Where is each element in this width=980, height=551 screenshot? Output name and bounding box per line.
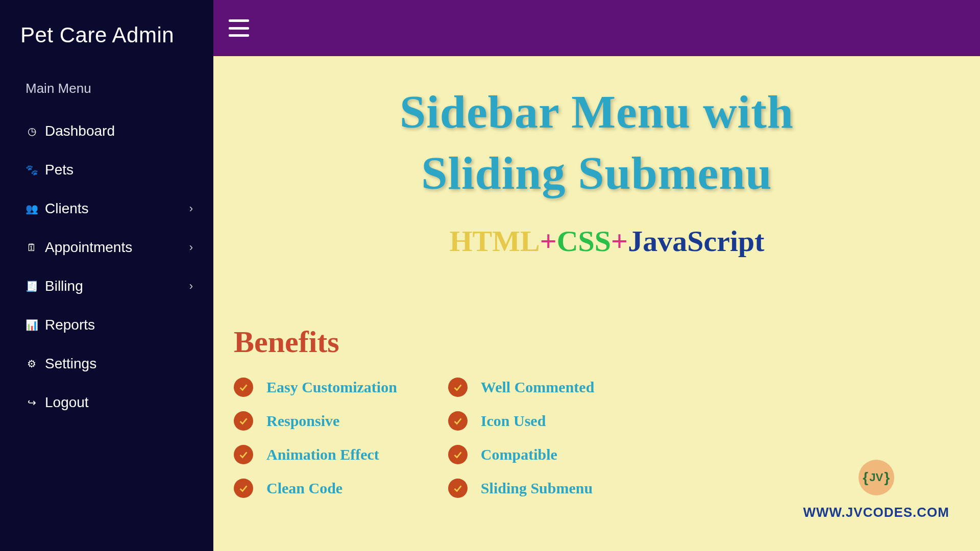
gauge-icon: ◷ bbox=[26, 125, 38, 137]
content-area: Sidebar Menu with Sliding Submenu HTML+C… bbox=[213, 56, 980, 551]
sidebar-item-label: Billing bbox=[45, 278, 189, 294]
sidebar-item-label: Appointments bbox=[45, 239, 189, 256]
benefit-item: Well Commented bbox=[448, 378, 594, 397]
hero-line2: Sliding Submenu bbox=[421, 147, 772, 199]
sidebar-item-label: Clients bbox=[45, 201, 189, 217]
benefit-label: Icon Used bbox=[481, 412, 546, 430]
tech-line: HTML+CSS+JavaScript bbox=[244, 224, 970, 258]
tech-html: HTML bbox=[449, 224, 540, 258]
topbar bbox=[213, 0, 980, 56]
check-icon bbox=[234, 479, 253, 498]
benefit-label: Sliding Submenu bbox=[481, 480, 593, 497]
main-area: Sidebar Menu with Sliding Submenu HTML+C… bbox=[213, 0, 980, 551]
calendar-icon: 🗓 bbox=[26, 242, 38, 254]
benefits-col-2: Well CommentedIcon UsedCompatibleSliding… bbox=[448, 378, 594, 498]
gear-icon: ⚙ bbox=[26, 358, 38, 370]
tech-plus2: + bbox=[611, 224, 628, 258]
logout-icon: ↪ bbox=[26, 396, 38, 409]
check-icon bbox=[234, 445, 253, 464]
check-icon bbox=[234, 411, 253, 431]
benefit-label: Easy Customization bbox=[266, 379, 397, 396]
chevron-right-icon: › bbox=[189, 280, 193, 293]
sidebar: Pet Care Admin Main Menu ◷Dashboard🐾Pets… bbox=[0, 0, 213, 551]
main-menu: ◷Dashboard🐾Pets👥Clients›🗓Appointments›🧾B… bbox=[0, 112, 213, 422]
chart-icon: 📊 bbox=[26, 319, 38, 331]
check-icon bbox=[448, 445, 468, 464]
sidebar-item-logout[interactable]: ↪Logout bbox=[0, 383, 213, 422]
benefit-label: Compatible bbox=[481, 446, 557, 463]
sidebar-item-appointments[interactable]: 🗓Appointments› bbox=[0, 228, 213, 267]
benefit-item: Clean Code bbox=[234, 479, 397, 498]
benefits-col-1: Easy CustomizationResponsiveAnimation Ef… bbox=[234, 378, 397, 498]
menu-section-header: Main Menu bbox=[0, 73, 213, 112]
tech-plus1: + bbox=[540, 224, 557, 258]
sidebar-item-pets[interactable]: 🐾Pets bbox=[0, 151, 213, 189]
benefit-label: Responsive bbox=[266, 412, 339, 430]
check-icon bbox=[448, 411, 468, 431]
chevron-right-icon: › bbox=[189, 241, 193, 254]
benefit-item: Easy Customization bbox=[234, 378, 397, 397]
check-icon bbox=[448, 378, 468, 397]
benefit-item: Responsive bbox=[234, 411, 397, 431]
benefit-label: Animation Effect bbox=[266, 446, 379, 463]
hamburger-icon[interactable] bbox=[229, 19, 249, 37]
check-icon bbox=[234, 378, 253, 397]
app-title: Pet Care Admin bbox=[0, 10, 213, 73]
sidebar-item-dashboard[interactable]: ◷Dashboard bbox=[0, 112, 213, 151]
benefits-title: Benefits bbox=[234, 324, 970, 360]
benefit-label: Well Commented bbox=[481, 379, 594, 396]
sidebar-item-settings[interactable]: ⚙Settings bbox=[0, 344, 213, 383]
brand-logo-text: JV bbox=[869, 471, 883, 484]
sidebar-item-label: Settings bbox=[45, 356, 193, 372]
tech-css: CSS bbox=[557, 224, 611, 258]
benefit-item: Compatible bbox=[448, 445, 594, 464]
chevron-right-icon: › bbox=[189, 202, 193, 215]
brand-corner: JV WWW.JVCODES.COM bbox=[803, 460, 949, 520]
sidebar-item-label: Dashboard bbox=[45, 123, 193, 139]
hero-line1: Sidebar Menu with bbox=[400, 86, 794, 138]
tech-js: JavaScript bbox=[628, 224, 764, 258]
sidebar-item-reports[interactable]: 📊Reports bbox=[0, 306, 213, 344]
hero-title: Sidebar Menu with Sliding Submenu bbox=[224, 82, 970, 204]
paw-icon: 🐾 bbox=[26, 164, 38, 176]
check-icon bbox=[448, 479, 468, 498]
brand-logo-icon: JV bbox=[859, 460, 894, 495]
file-icon: 🧾 bbox=[26, 280, 38, 292]
benefit-item: Icon Used bbox=[448, 411, 594, 431]
sidebar-item-label: Reports bbox=[45, 317, 193, 333]
benefit-item: Sliding Submenu bbox=[448, 479, 594, 498]
sidebar-item-label: Pets bbox=[45, 162, 193, 178]
sidebar-item-clients[interactable]: 👥Clients› bbox=[0, 189, 213, 228]
sidebar-item-label: Logout bbox=[45, 394, 193, 411]
benefit-item: Animation Effect bbox=[234, 445, 397, 464]
sidebar-item-billing[interactable]: 🧾Billing› bbox=[0, 267, 213, 306]
people-icon: 👥 bbox=[26, 203, 38, 215]
brand-url: WWW.JVCODES.COM bbox=[803, 505, 949, 520]
benefit-label: Clean Code bbox=[266, 480, 342, 497]
